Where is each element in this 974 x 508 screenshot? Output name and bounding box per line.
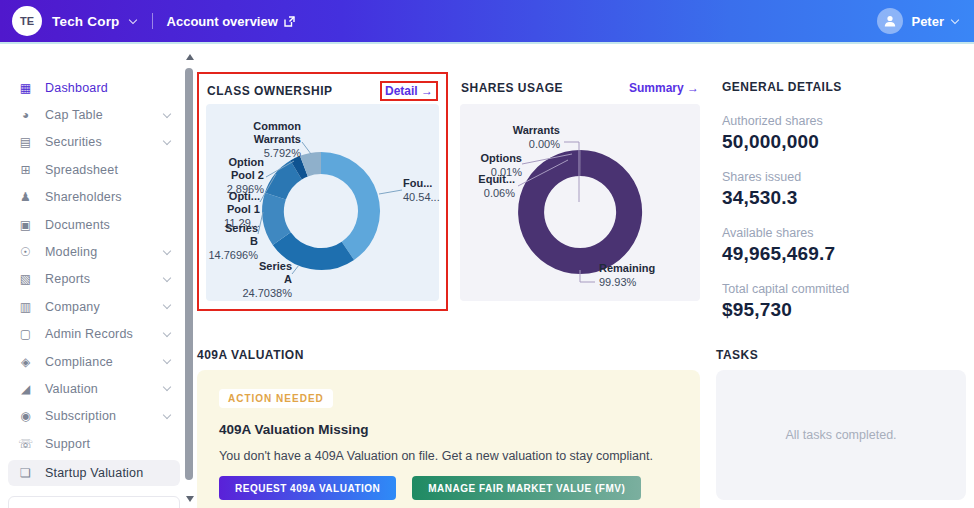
shares-usage-title: SHARES USAGE: [461, 81, 563, 95]
reports-icon: ▧: [18, 272, 33, 286]
sidebar-item-valuation[interactable]: ◢Valuation: [0, 375, 184, 402]
sidebar-item-documents[interactable]: ▣Documents: [0, 211, 184, 238]
general-details-panel: GENERAL DETAILS Authorized shares50,000,…: [722, 80, 970, 338]
chevron-down-icon: [163, 109, 171, 117]
shares-usage-chart: Warrants0.00%Options0.01%Equit...0.06%Re…: [460, 104, 700, 301]
tasks-section: TASKS All tasks completed.: [716, 348, 966, 362]
donut-segment-option-pool-1: [275, 170, 296, 196]
detail-item-authorized-shares: Authorized shares50,000,000: [722, 114, 970, 153]
sidebar-item-dashboard[interactable]: ▦Dashboard: [0, 74, 184, 101]
subscription-icon: ◉: [18, 409, 33, 423]
sidebar-item-label: Reports: [45, 272, 90, 286]
sidebar-item-label: Company: [45, 300, 100, 314]
sidebar-item-label: Documents: [45, 218, 110, 232]
manage-fmv-button[interactable]: MANAGE FAIR MARKET VALUE (FMV): [412, 476, 641, 500]
startup-valuation-icon: ❏: [18, 466, 33, 480]
callout-value: 24.7038%: [242, 287, 292, 300]
sidebar-item-label: Dashboard: [45, 81, 108, 95]
securities-icon: ▤: [18, 135, 33, 149]
chevron-down-icon: [128, 15, 136, 23]
chevron-down-icon: [163, 274, 171, 282]
detail-value: $95,730: [722, 299, 970, 321]
sidebar-item-support[interactable]: ☏Support: [0, 430, 184, 457]
valuation-missing-heading: 409A Valuation Missing: [219, 422, 678, 437]
sidebar-item-label: Admin Records: [45, 327, 133, 341]
summary-link[interactable]: Summary →: [629, 81, 699, 95]
class-ownership-header: CLASS OWNERSHIP Detail →: [206, 78, 439, 104]
org-name: Tech Corp: [52, 14, 120, 29]
user-avatar-icon: [877, 8, 903, 34]
valuation-icon: ◢: [18, 382, 33, 396]
callout-name: Series A: [242, 260, 292, 286]
user-menu[interactable]: Peter: [877, 8, 958, 34]
detail-label: Total capital committed: [722, 282, 970, 296]
spreadsheet-icon: ⊞: [18, 163, 33, 177]
chart-callout-series-b: Series B14.7696%: [208, 222, 258, 263]
scroll-up-arrow[interactable]: [186, 54, 194, 60]
scroll-down-arrow[interactable]: [186, 496, 194, 502]
sidebar-item-reports[interactable]: ▧Reports: [0, 266, 184, 293]
sidebar-item-admin-records[interactable]: ▢Admin Records: [0, 321, 184, 348]
chart-callout-equit: Equit...0.06%: [478, 173, 515, 200]
class-ownership-card: CLASS OWNERSHIP Detail → Common Warrants…: [197, 72, 448, 311]
chevron-down-icon: [163, 411, 171, 419]
valuation-409a-section: 409A VALUATION ACTION NEEDED 409A Valuat…: [197, 348, 700, 362]
donut-segment-common-warrants: [304, 163, 321, 166]
chevron-down-icon: [163, 328, 171, 336]
general-details-items: Authorized shares50,000,000Shares issued…: [722, 114, 970, 321]
sidebar-item-cap-table[interactable]: ◕Cap Table: [0, 101, 184, 128]
sidebar-item-securities[interactable]: ▤Securities: [0, 129, 184, 156]
account-overview-link[interactable]: Account overview: [167, 14, 295, 29]
chart-callout-common-warrants: Common Warrants5.792%: [253, 120, 301, 161]
shares-usage-header: SHARES USAGE Summary →: [460, 76, 700, 100]
chart-callout-warrants: Warrants0.00%: [513, 124, 560, 151]
detail-item-available-shares: Available shares49,965,469.7: [722, 226, 970, 265]
sidebar-item-label: Startup Valuation: [45, 466, 143, 480]
detail-item-total-capital-committed: Total capital committed$95,730: [722, 282, 970, 321]
class-ownership-title: CLASS OWNERSHIP: [207, 84, 333, 98]
sidebar-scrollbar[interactable]: [183, 50, 196, 504]
detail-value: 34,530.3: [722, 187, 970, 209]
callout-name: Option Pool 2: [227, 156, 264, 182]
tasks-panel: All tasks completed.: [716, 370, 966, 500]
org-switcher[interactable]: TE Tech Corp: [12, 6, 136, 36]
detail-label: Available shares: [722, 226, 970, 240]
callout-name: Fou...: [403, 177, 440, 190]
valuation-409a-buttons: REQUEST 409A VALUATION MANAGE FAIR MARKE…: [219, 476, 678, 500]
sidebar-item-label: Spreadsheet: [45, 163, 118, 177]
callout-value: 0.00%: [513, 138, 560, 151]
sidebar: ▦Dashboard◕Cap Table▤Securities⊞Spreadsh…: [0, 44, 184, 508]
external-link-icon: [284, 16, 295, 27]
action-needed-panel: ACTION NEEDED 409A Valuation Missing You…: [197, 370, 700, 508]
sidebar-item-shareholders[interactable]: ♟Shareholders: [0, 184, 184, 211]
donut-segment-option-pool-2: [296, 166, 304, 170]
sidebar-item-company[interactable]: ▥Company: [0, 293, 184, 320]
chart-callout-remaining: Remaining99.93%: [599, 262, 655, 289]
detail-link[interactable]: Detail →: [380, 81, 438, 101]
chevron-down-icon: [163, 356, 171, 364]
callout-value: 40.54...: [403, 191, 440, 204]
sidebar-item-modeling[interactable]: ☉Modeling: [0, 238, 184, 265]
scrollbar-thumb[interactable]: [185, 68, 193, 480]
account-overview-label: Account overview: [167, 14, 278, 29]
app-window: TE Tech Corp Account overview: [0, 0, 974, 508]
shareholders-icon: ♟: [18, 190, 33, 204]
detail-value: 50,000,000: [722, 131, 970, 153]
topbar-divider: [152, 13, 153, 29]
sidebar-item-spreadsheet[interactable]: ⊞Spreadsheet: [0, 156, 184, 183]
user-name: Peter: [911, 14, 944, 29]
tasks-empty-message: All tasks completed.: [785, 428, 896, 442]
sidebar-next-item-box: [8, 496, 180, 508]
request-409a-valuation-button[interactable]: REQUEST 409A VALUATION: [219, 476, 396, 500]
sidebar-item-label: Cap Table: [45, 108, 103, 122]
documents-icon: ▣: [18, 218, 33, 232]
sidebar-item-startup-valuation[interactable]: ❏Startup Valuation: [8, 460, 180, 486]
dashboard-icon: ▦: [18, 81, 33, 95]
company-icon: ▥: [18, 300, 33, 314]
sidebar-item-compliance[interactable]: ◈Compliance: [0, 348, 184, 375]
sidebar-item-label: Valuation: [45, 382, 98, 396]
cap-table-icon: ◕: [18, 108, 33, 122]
sidebar-item-subscription[interactable]: ◉Subscription: [0, 403, 184, 430]
callout-name: Options: [480, 152, 522, 165]
tasks-title: TASKS: [716, 348, 966, 362]
